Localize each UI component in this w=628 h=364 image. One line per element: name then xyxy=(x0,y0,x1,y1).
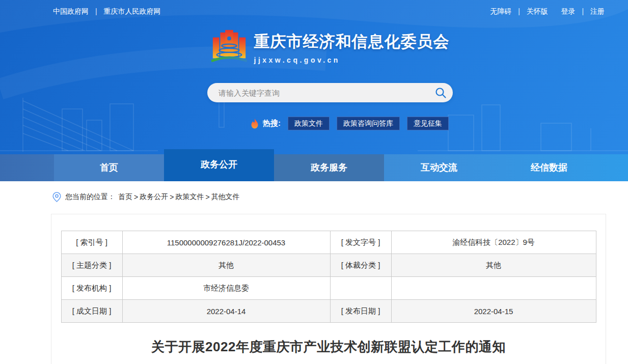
meta-label-issuing-agency: [ 发布机构 ] xyxy=(61,277,122,300)
site-domain: jjxxw.cq.gov.cn xyxy=(254,56,450,64)
search-icon xyxy=(434,87,447,99)
breadcrumb-policy-files[interactable]: 政策文件 xyxy=(175,192,204,202)
brand-text: 重庆市经济和信息化委员会 jjxxw.cq.gov.cn xyxy=(254,31,450,64)
document-title: 关于开展2022年度重庆市产业技术创新联盟认定工作的通知 xyxy=(51,338,606,356)
topbar-divider: | xyxy=(582,7,584,15)
meta-label-index-no: [ 索引号 ] xyxy=(61,231,122,254)
link-cq-gov[interactable]: 重庆市人民政府网 xyxy=(103,7,160,15)
meta-label-genre-category: [ 体裁分类 ] xyxy=(330,254,391,277)
meta-value-index-no: 11500000009276281J/2022-00453 xyxy=(122,231,330,254)
breadcrumb-label: 您当前的位置： xyxy=(65,192,115,202)
breadcrumb-home[interactable]: 首页 xyxy=(118,192,132,202)
breadcrumb: 您当前的位置： 首页 > 政务公开 > 政策文件 > 其他文件 xyxy=(52,192,628,202)
flame-icon xyxy=(250,118,260,129)
link-accessibility[interactable]: 无障碍 xyxy=(490,7,511,15)
nav-item-gov-disclosure[interactable]: 政务公开 xyxy=(164,149,274,181)
nav-item-interaction[interactable]: 互动交流 xyxy=(384,154,494,181)
table-row: [ 成文日期 ] 2022-04-14 [ 发布日期 ] 2022-04-15 xyxy=(61,300,596,323)
breadcrumb-separator: > xyxy=(205,193,209,201)
nav-item-economic-data[interactable]: 经信数据 xyxy=(494,154,604,181)
meta-value-empty xyxy=(391,277,596,300)
meta-value-genre-category: 其他 xyxy=(391,254,596,277)
search-button[interactable] xyxy=(428,83,453,102)
nav-item-home[interactable]: 首页 xyxy=(54,154,164,181)
topbar-right: 无障碍 | 关怀版 登录 | 注册 xyxy=(490,7,605,16)
search-input[interactable] xyxy=(207,83,428,102)
link-login[interactable]: 登录 xyxy=(561,7,576,15)
main-nav: 首页 政务公开 政务服务 互动交流 经信数据 xyxy=(0,154,628,181)
nav-item-gov-services[interactable]: 政务服务 xyxy=(274,154,384,181)
breadcrumb-gov-disclosure[interactable]: 政务公开 xyxy=(140,192,168,202)
document-card: [ 索引号 ] 11500000009276281J/2022-00453 [ … xyxy=(51,214,606,364)
page: 中国政府网 | 重庆市人民政府网 无障碍 | 关怀版 登录 | 注册 xyxy=(0,0,628,364)
topbar-left: 中国政府网 | 重庆市人民政府网 xyxy=(53,7,160,16)
hot-search-item-opinions[interactable]: 意见征集 xyxy=(407,117,449,130)
hot-search-item-policy-files[interactable]: 政策文件 xyxy=(288,117,330,130)
hot-search-item-policy-qa[interactable]: 政策咨询问答库 xyxy=(337,117,400,130)
site-banner: 中国政府网 | 重庆市人民政府网 无障碍 | 关怀版 登录 | 注册 xyxy=(0,0,628,181)
meta-label-topic-category: [ 主题分类 ] xyxy=(61,254,122,277)
table-row: [ 主题分类 ] 其他 [ 体裁分类 ] 其他 xyxy=(61,254,596,277)
location-pin-icon xyxy=(52,192,61,202)
topbar-divider: | xyxy=(518,7,520,15)
meta-value-issuing-agency: 市经济信息委 xyxy=(122,277,330,300)
meta-value-written-date: 2022-04-14 xyxy=(122,300,330,323)
document-meta-table: [ 索引号 ] 11500000009276281J/2022-00453 [ … xyxy=(61,231,596,323)
meta-label-publish-date: [ 发布日期 ] xyxy=(330,300,391,323)
meta-label-doc-number: [ 发文字号 ] xyxy=(330,231,391,254)
top-links-bar: 中国政府网 | 重庆市人民政府网 无障碍 | 关怀版 登录 | 注册 xyxy=(0,0,628,23)
hot-search-label: 热搜: xyxy=(263,119,281,128)
link-china-gov[interactable]: 中国政府网 xyxy=(53,7,89,15)
table-row: [ 索引号 ] 11500000009276281J/2022-00453 [ … xyxy=(61,231,596,254)
meta-label-empty xyxy=(330,277,391,300)
link-register[interactable]: 注册 xyxy=(590,7,605,15)
meta-label-written-date: [ 成文日期 ] xyxy=(61,300,122,323)
search-row xyxy=(207,83,453,102)
breadcrumb-other-files[interactable]: 其他文件 xyxy=(211,192,240,202)
search-box xyxy=(207,83,453,102)
site-brand: 重庆市经济和信息化委员会 jjxxw.cq.gov.cn xyxy=(16,27,628,67)
page-content: 您当前的位置： 首页 > 政务公开 > 政策文件 > 其他文件 [ 索引号 ] … xyxy=(0,192,628,364)
meta-value-publish-date: 2022-04-15 xyxy=(391,300,596,323)
topbar-divider: | xyxy=(95,7,97,15)
link-care-version[interactable]: 关怀版 xyxy=(527,7,548,15)
site-logo-icon xyxy=(211,27,247,67)
breadcrumb-separator: > xyxy=(170,193,174,201)
site-title: 重庆市经济和信息化委员会 xyxy=(254,31,450,52)
meta-value-doc-number: 渝经信科技〔2022〕9号 xyxy=(391,231,596,254)
hot-search-row: 热搜: 政策文件 政策咨询问答库 意见征集 xyxy=(250,117,449,130)
meta-value-topic-category: 其他 xyxy=(122,254,330,277)
table-row: [ 发布机构 ] 市经济信息委 xyxy=(61,277,596,300)
breadcrumb-separator: > xyxy=(134,193,138,201)
